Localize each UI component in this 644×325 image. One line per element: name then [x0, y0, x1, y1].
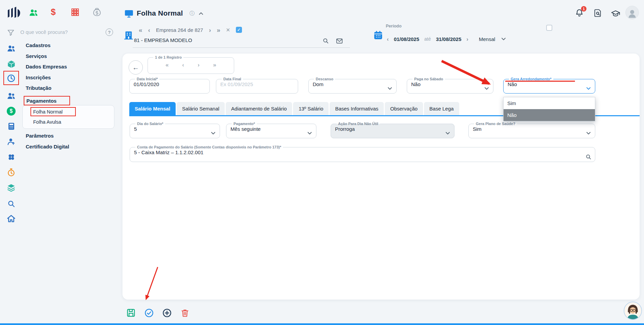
company-first-button[interactable]: « — [139, 27, 142, 33]
gera-arredondamento-select[interactable]: Gera Arredondamento* Não — [503, 77, 595, 94]
sidebar-item-tributacao[interactable]: Tributação — [26, 85, 51, 91]
pagamento-select[interactable]: Pagamento* Mês seguinte — [226, 122, 316, 138]
company-mail-button[interactable] — [336, 37, 343, 45]
dropdown-option-sim[interactable]: Sim — [504, 97, 595, 109]
data-inicial-value: 01/01/2020 — [134, 81, 205, 87]
sidebar-stopwatch-icon[interactable] — [6, 167, 16, 178]
sidebar-history-clock-icon[interactable] — [6, 73, 16, 83]
save-button[interactable] — [125, 306, 137, 319]
title-info-icon[interactable]: ⓘ — [190, 10, 195, 17]
tab-base-legal[interactable]: Base Lega — [424, 102, 459, 115]
confirm-button[interactable] — [142, 306, 155, 319]
dia-do-salario-select[interactable]: Dia do Salário* 5 — [130, 122, 220, 138]
tab-adiantamento-salario[interactable]: Adiantamento de Salário — [226, 102, 292, 115]
sidebar-item-folha-avulsa[interactable]: Folha Avulsa — [33, 119, 61, 125]
data-inicial-field[interactable]: Data Inicial* 01/01/2020 — [129, 77, 210, 94]
company-search-button[interactable] — [322, 37, 329, 44]
sidebar-services-icon[interactable] — [6, 59, 16, 69]
sidebar-person-promotion-icon[interactable] — [6, 136, 16, 146]
add-button[interactable] — [160, 306, 173, 319]
sidebar-calculator-icon[interactable] — [6, 121, 16, 131]
period-prev-button[interactable]: ‹ — [387, 36, 389, 42]
search-icon[interactable] — [585, 154, 592, 160]
company-last-button[interactable]: » — [217, 27, 221, 33]
calculation-grid-shortcut-button[interactable] — [70, 7, 80, 17]
graduation-cap-icon — [610, 9, 621, 18]
help-button[interactable]: ? — [106, 28, 113, 36]
filter-funnel-icon[interactable] — [7, 28, 15, 37]
sidebar-payments-icon[interactable]: $ — [6, 106, 16, 116]
notification-badge: 1 — [581, 6, 586, 12]
record-first-button[interactable]: « — [165, 62, 169, 68]
company-close-button[interactable]: × — [226, 26, 230, 33]
paga-no-sabado-select[interactable]: Paga no Sábado Não — [407, 77, 493, 94]
employees-shortcut-button[interactable] — [28, 7, 39, 18]
sidebar-item-dados-empresas[interactable]: Dados Empresas — [26, 64, 67, 69]
pagamento-label: Pagamento* — [232, 122, 257, 126]
user-avatar[interactable] — [625, 6, 639, 19]
sidebar-item-certificado-digital[interactable]: Certificado Digital — [26, 144, 69, 149]
delete-button[interactable] — [178, 306, 191, 319]
title-collapse-button[interactable] — [198, 10, 204, 17]
sidebar-item-parametros[interactable]: Parâmetros — [26, 133, 54, 139]
document-search-button[interactable] — [593, 8, 602, 18]
period-next-button[interactable]: › — [466, 36, 468, 42]
sidebar-item-servicos[interactable]: Serviços — [26, 53, 47, 59]
app-logo[interactable] — [6, 6, 21, 20]
company-input[interactable] — [134, 37, 296, 43]
sidebar-search-input[interactable] — [20, 29, 83, 35]
period-until-label: até — [424, 36, 431, 42]
sidebar-search-icon[interactable] — [6, 199, 16, 209]
monitor-icon — [124, 8, 134, 19]
company-prev-button[interactable]: ‹ — [148, 27, 150, 33]
users-icon — [28, 7, 39, 18]
paga-no-sabado-value: Não — [411, 81, 489, 87]
trash-icon — [180, 308, 190, 318]
company-filter-checkbox[interactable]: ✓ — [236, 27, 242, 33]
company-building-icon — [123, 30, 134, 41]
period-mode-select[interactable]: Mensal — [479, 36, 495, 42]
check-circle-icon — [144, 308, 154, 318]
tab-13-salario[interactable]: 13º Salário — [293, 102, 329, 115]
sidebar-item-pagamentos[interactable]: Pagamentos — [26, 98, 57, 104]
training-button[interactable] — [610, 9, 621, 18]
record-next-button[interactable]: › — [198, 62, 200, 68]
sidebar-modules-icon[interactable] — [6, 152, 16, 162]
assistant-illustration-icon — [624, 302, 641, 319]
descanso-select[interactable]: Descanso Dom — [308, 77, 397, 94]
payroll-shortcut-button[interactable]: $ — [51, 7, 55, 17]
conta-pagamento-field[interactable]: Conta de Pagamento do Salário (Somente C… — [130, 145, 595, 162]
sidebar-employees-icon[interactable] — [6, 91, 16, 101]
chevron-up-icon — [198, 10, 204, 17]
sidebar-item-cadastros[interactable]: Cadastros — [26, 42, 50, 48]
period-mode-chevron-icon[interactable] — [500, 36, 507, 42]
sidebar-layers-icon[interactable] — [6, 183, 16, 193]
sidebar-item-folha-normal[interactable]: Folha Normal — [33, 109, 63, 115]
bottom-accent-bar — [0, 323, 644, 325]
gera-arredondamento-label: Gera Arredondamento* — [509, 77, 553, 81]
period-checkbox[interactable] — [546, 25, 552, 31]
back-button[interactable]: ← — [129, 60, 143, 75]
tab-observacao[interactable]: Observação — [385, 102, 423, 115]
tab-salario-semanal[interactable]: Salário Semanal — [177, 102, 225, 115]
sidebar-registrations-icon[interactable] — [6, 43, 16, 54]
dropdown-option-nao[interactable]: Não — [504, 109, 595, 121]
acao-dia-nao-util-select[interactable]: Ação Para Dia Não Útil Prorroga — [331, 122, 454, 138]
company-next-button[interactable]: › — [209, 27, 211, 33]
period-start-date[interactable]: 01/08/2025 — [394, 36, 419, 42]
sidebar-item-inscricoes[interactable]: Inscrições — [26, 75, 51, 80]
record-last-button[interactable]: » — [213, 62, 216, 68]
document-search-icon — [593, 8, 602, 18]
moneybag-shortcut-button[interactable] — [92, 7, 102, 17]
sidebar-home-icon[interactable] — [6, 214, 16, 224]
chevron-down-icon — [444, 130, 451, 137]
period-end-date[interactable]: 31/08/2025 — [436, 36, 461, 42]
tab-salario-mensal[interactable]: Salário Mensal — [129, 102, 176, 115]
notifications-button[interactable]: 1 — [575, 8, 584, 18]
tab-bases-informativas[interactable]: Bases Informativas — [330, 102, 384, 115]
record-prev-button[interactable]: ‹ — [182, 62, 184, 68]
gera-plano-saude-select[interactable]: Gera Plano de Saúde? Sim — [468, 122, 595, 138]
assistant-avatar[interactable] — [624, 302, 642, 320]
paga-no-sabado-label: Paga no Sábado — [413, 77, 445, 81]
data-final-field[interactable]: Data Final Ex 01/09/2025 — [216, 77, 298, 94]
